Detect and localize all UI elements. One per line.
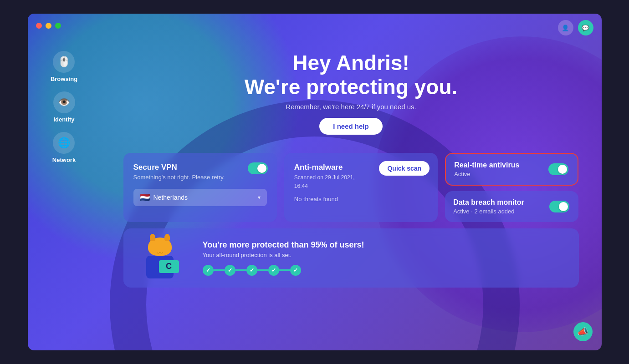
header-icons: 👤 💬: [558, 20, 593, 35]
sidebar-item-network[interactable]: 🌐 Network: [52, 132, 76, 163]
network-label: Network: [52, 157, 76, 163]
help-button[interactable]: I need help: [319, 118, 382, 135]
vpn-title: Secure VPN: [133, 163, 267, 172]
realtime-toggle-container: [548, 163, 568, 175]
vpn-toggle-container: [248, 162, 268, 174]
dog-ear-right: [164, 234, 170, 241]
dog-ear-left: [150, 234, 155, 241]
realtime-antivirus-toggle[interactable]: [548, 163, 568, 175]
scan-time: 16:44: [294, 183, 428, 189]
identity-label: Identity: [53, 116, 74, 123]
hero-section: Hey Andris! We're protecting you. Rememb…: [245, 51, 458, 135]
chevron-down-icon: ▾: [258, 194, 261, 201]
check-1: ✓: [203, 265, 214, 276]
checkmarks: ✓ ✓ ✓ ✓ ✓: [203, 265, 565, 276]
mascot-robot-body: C: [146, 256, 174, 278]
main-content: Hey Andris! We're protecting you. Rememb…: [101, 37, 602, 350]
close-button[interactable]: [36, 23, 42, 29]
dog-face: ◡◡: [157, 250, 163, 254]
network-icon: 🌐: [53, 132, 75, 154]
mascot-robot-screen: C: [159, 260, 179, 273]
dog-ears: [148, 234, 172, 241]
protection-subtitle: Your all-round protection is all set.: [203, 252, 565, 258]
data-breach-toggle[interactable]: [549, 201, 569, 212]
vpn-card: Secure VPN Something's not right. Please…: [123, 153, 277, 222]
traffic-lights: [36, 23, 61, 29]
quick-scan-button[interactable]: Quick scan: [379, 161, 430, 176]
sidebar-item-identity[interactable]: 👁️ Identity: [53, 91, 75, 123]
check-line-4: [279, 269, 290, 271]
vpn-toggle[interactable]: [248, 162, 268, 174]
check-line-1: [214, 269, 225, 271]
hero-subtitle: Remember, we're here 24/7 if you need us…: [245, 103, 458, 111]
protection-strip: ◡◡ C You're more protected than 95% of u…: [123, 228, 579, 288]
chat-button[interactable]: 💬: [578, 20, 593, 35]
right-column: Real-time antivirus Active Data breach m…: [445, 153, 578, 222]
mascot-dog-head: ◡◡: [148, 238, 172, 256]
cards-row: Secure VPN Something's not right. Please…: [123, 153, 579, 222]
browsing-label: Browsing: [51, 76, 77, 82]
realtime-antivirus-card: Real-time antivirus Active: [445, 153, 578, 186]
protection-text: You're more protected than 95% of users!…: [203, 240, 565, 276]
check-line-3: [257, 269, 268, 271]
hero-title: Hey Andris! We're protecting you.: [245, 51, 458, 99]
no-threats-text: No threats found: [294, 196, 428, 202]
check-3: ✓: [246, 265, 257, 276]
protection-title: You're more protected than 95% of users!: [203, 240, 565, 250]
browsing-icon: 🖱️: [53, 51, 75, 73]
vpn-country-name: Netherlands: [153, 194, 188, 201]
check-5: ✓: [290, 265, 301, 276]
data-breach-card: Data breach monitor Active · 2 emails ad…: [445, 191, 578, 222]
user-profile-button[interactable]: 👤: [558, 20, 573, 35]
check-line-2: [235, 269, 246, 271]
sidebar-item-browsing[interactable]: 🖱️ Browsing: [51, 51, 77, 82]
app-window: 👤 💬 🖱️ Browsing 👁️ Identity 🌐 Network He…: [28, 14, 602, 350]
chat-icon: 💬: [582, 25, 589, 31]
mascot-area: ◡◡ C: [137, 238, 192, 278]
data-breach-toggle-container: [549, 200, 569, 212]
announcement-fab[interactable]: 📣: [573, 322, 593, 341]
titlebar: 👤 💬: [28, 14, 602, 37]
check-4: ✓: [268, 265, 279, 276]
netherlands-flag: 🇳🇱: [140, 192, 150, 202]
identity-icon: 👁️: [53, 91, 75, 113]
minimize-button[interactable]: [46, 23, 51, 29]
check-2: ✓: [225, 265, 235, 276]
user-icon: 👤: [562, 25, 569, 31]
vpn-error-text: Something's not right. Please retry.: [133, 174, 267, 181]
antimalware-card: Anti-malware Quick scan Scanned on 29 Ju…: [284, 153, 438, 222]
maximize-button[interactable]: [55, 23, 61, 29]
sidebar: 🖱️ Browsing 👁️ Identity 🌐 Network: [28, 37, 101, 350]
vpn-country-select[interactable]: 🇳🇱 Netherlands ▾: [133, 189, 267, 206]
